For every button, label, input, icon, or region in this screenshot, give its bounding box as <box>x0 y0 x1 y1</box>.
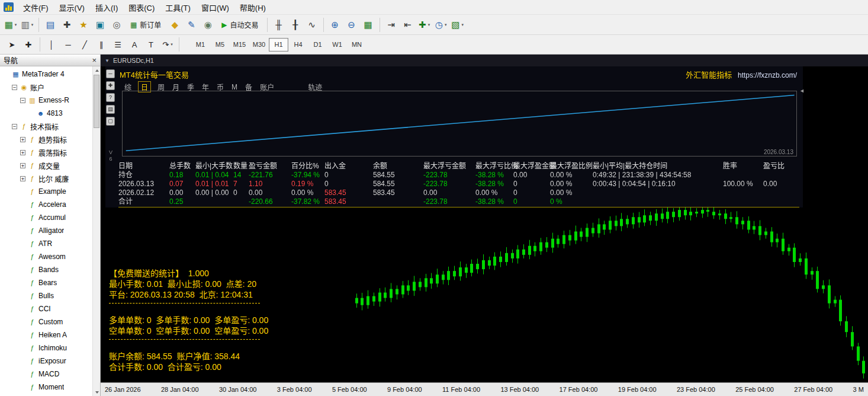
strategy-tester-button[interactable]: ◎ <box>109 17 124 33</box>
sidebar-scrollbar[interactable] <box>92 66 100 396</box>
cursor-button[interactable]: ➤ <box>4 37 20 52</box>
tree-item[interactable]: ƒAwesom <box>0 250 100 263</box>
mql-editor-button[interactable]: ✎ <box>184 17 199 33</box>
zoom-in-button[interactable]: ⊕ <box>327 17 343 33</box>
tree-expander-icon[interactable]: + <box>20 176 25 181</box>
menu-item[interactable]: 文件(F) <box>18 0 54 15</box>
terminal-button[interactable]: ▣ <box>92 17 108 33</box>
chart-area[interactable]: ▼ EURUSDc,H1 【免费赠送的统计】 1.000最小手数: 0.01 最… <box>101 55 868 396</box>
stats-cell: 2026.03.13 <box>118 180 169 189</box>
data-window-button[interactable]: ✚ <box>59 17 75 33</box>
horizontal-line-button[interactable]: ─ <box>60 37 76 52</box>
tree-expander-icon[interactable]: − <box>12 124 17 129</box>
time-axis[interactable]: 26 Jan 202628 Jan 04:0030 Jan 04:003 Feb… <box>101 382 868 396</box>
tree-expander-icon[interactable]: + <box>20 150 25 155</box>
tile-windows-button[interactable]: ▦ <box>361 17 376 33</box>
menu-item[interactable]: 显示(V) <box>54 0 90 15</box>
tree-item[interactable]: ƒAlligator <box>0 224 100 237</box>
stats-tab[interactable]: M <box>230 83 239 91</box>
move-button[interactable]: ✚ <box>106 81 115 90</box>
tree-item[interactable]: +ƒ比尔 威廉 <box>0 172 100 185</box>
navigator-button[interactable]: ★ <box>76 17 91 33</box>
tree-item[interactable]: −◉账户 <box>0 81 100 94</box>
zoom-out-button[interactable]: ⊖ <box>344 17 359 33</box>
help-button[interactable]: ? <box>106 93 115 102</box>
tree-item[interactable]: ƒMoment <box>0 381 100 394</box>
scrollbar-thumb[interactable] <box>94 75 99 128</box>
scroll-down-icon[interactable] <box>93 388 101 396</box>
tree-item[interactable]: ƒiExposur <box>0 355 100 368</box>
tree-item[interactable]: ▦MetaTrader 4 <box>0 68 100 81</box>
metaeditor-button[interactable]: ◆ <box>167 17 182 33</box>
tree-item[interactable]: +ƒ成交量 <box>0 159 100 172</box>
timeframe-m5[interactable]: M5 <box>210 38 230 52</box>
timeframe-h4[interactable]: H4 <box>288 38 308 52</box>
candlestick-canvas[interactable] <box>349 203 868 382</box>
tree-item[interactable]: ƒCCI <box>0 302 100 315</box>
templates-button[interactable]: ▧▾ <box>450 17 465 33</box>
tree-item[interactable]: ƒMACD <box>0 368 100 381</box>
brand-url[interactable]: https://fxznzb.com/ <box>738 71 797 79</box>
auto-trading-button[interactable]: ▶自动交易 <box>217 17 263 33</box>
indicators-button[interactable]: ✚▾ <box>417 17 432 33</box>
tree-expander-icon[interactable]: + <box>20 137 25 142</box>
tree-item[interactable]: ☻4813 <box>0 107 100 120</box>
tree-item[interactable]: ƒHeiken A <box>0 328 100 341</box>
candlestick-chart-button[interactable]: ╂ <box>288 17 303 33</box>
scroll-up-icon[interactable] <box>93 66 101 74</box>
arrows-button[interactable]: ↷▾ <box>160 37 175 52</box>
templates-icon: ▧ <box>451 20 459 29</box>
tree-item[interactable]: ƒExample <box>0 185 100 198</box>
timeframe-h1[interactable]: H1 <box>269 38 288 52</box>
profiles-button[interactable]: ▥▾ <box>20 17 35 33</box>
text-button[interactable]: A <box>127 37 142 52</box>
timeframe-mn[interactable]: MN <box>347 38 367 52</box>
menu-item[interactable]: 帮助(H) <box>234 0 271 15</box>
timeframe-w1[interactable]: W1 <box>327 38 347 52</box>
tree-item[interactable]: ƒBulls <box>0 289 100 302</box>
crosshair-button[interactable]: ✚ <box>21 37 36 52</box>
tree-item[interactable]: ƒBands <box>0 263 100 276</box>
periods-button[interactable]: ◷▾ <box>433 17 449 33</box>
trendline-button[interactable]: ╱ <box>77 37 92 52</box>
panel-collapse-icon[interactable]: ◄ <box>799 88 805 94</box>
tree-item[interactable]: ƒCustom <box>0 315 100 328</box>
menu-item[interactable]: 工具(T) <box>160 0 196 15</box>
collapse-button[interactable]: ─ <box>106 69 115 78</box>
tree-item[interactable]: ƒATR <box>0 237 100 250</box>
new-chart-button[interactable]: ▦▾ <box>3 17 18 33</box>
tree-item[interactable]: ƒAccumul <box>0 211 100 224</box>
auto-scroll-button[interactable]: ⇤ <box>400 17 416 33</box>
menu-item[interactable]: 图表(C) <box>123 0 160 15</box>
tree-item[interactable]: ƒBears <box>0 276 100 289</box>
equidistant-channel-button[interactable]: ∥ <box>94 37 109 52</box>
tree-item[interactable]: ƒAccelera <box>0 198 100 211</box>
tree-item[interactable]: ƒIchimoku <box>0 341 100 355</box>
timeframe-m15[interactable]: M15 <box>230 38 249 52</box>
vertical-line-button[interactable]: │ <box>44 37 59 52</box>
market-watch-button[interactable]: ▤ <box>43 17 58 33</box>
tree-item[interactable]: −▥Exness-R <box>0 94 100 107</box>
tree-item[interactable]: +ƒ趋势指标 <box>0 133 100 146</box>
tree-expander-icon[interactable]: − <box>20 98 25 103</box>
timeframe-m1[interactable]: M1 <box>191 38 210 52</box>
text-label-button[interactable]: T <box>143 37 159 52</box>
close-icon[interactable]: × <box>92 56 97 64</box>
tree-item[interactable]: −ƒ技术指标 <box>0 120 100 133</box>
bar-chart-button[interactable]: ╫ <box>271 17 287 33</box>
tree-expander-icon[interactable]: − <box>12 85 17 90</box>
timeframe-m30[interactable]: M30 <box>249 38 269 52</box>
list-button[interactable]: ▤ <box>106 105 115 114</box>
popout-button[interactable]: ▢ <box>106 117 115 126</box>
menu-item[interactable]: 窗口(W) <box>196 0 234 15</box>
chart-shift-button[interactable]: ⇥ <box>384 17 399 33</box>
tree-expander-icon[interactable]: + <box>20 163 25 168</box>
new-order-button[interactable]: ▦新订单 <box>126 17 166 33</box>
community-button[interactable]: ◉ <box>200 17 216 33</box>
tree-item[interactable]: +ƒ震荡指标 <box>0 146 100 159</box>
menu-item[interactable]: 插入(I) <box>90 0 123 15</box>
fibonacci-button[interactable]: ☰ <box>110 37 126 52</box>
chart-menu-icon[interactable]: ▼ <box>105 58 110 63</box>
timeframe-d1[interactable]: D1 <box>308 38 327 52</box>
line-chart-button[interactable]: ∿ <box>304 17 320 33</box>
